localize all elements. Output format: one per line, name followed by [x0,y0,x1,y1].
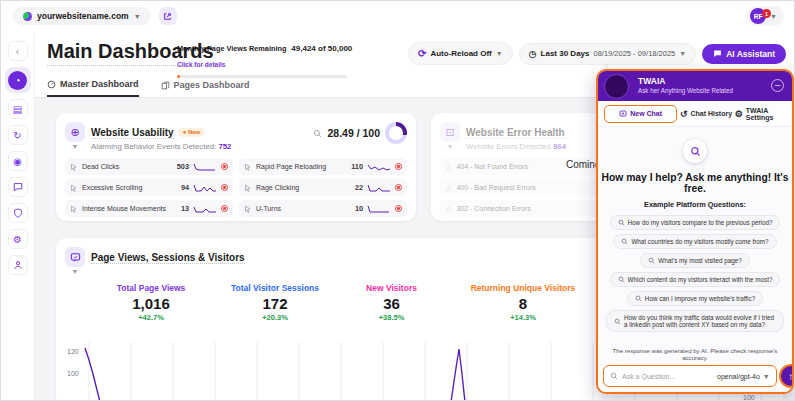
site-selector[interactable]: yourwebsitename.com ▼ [13,7,151,25]
stat-label: Returning Unique Visitors [444,283,602,293]
new-badge: ● New [178,128,206,137]
sparkline [193,162,217,171]
tab-pages-dashboard[interactable]: Pages Dashboard [161,79,250,97]
history-icon: ↺ [680,109,688,119]
chevron-down-icon: ▼ [763,373,770,380]
example-questions: How do my visitors compare to the previo… [598,215,792,332]
minimize-chat-icon[interactable]: – [771,79,784,92]
chevron-down-icon[interactable]: ▼ [440,143,460,150]
usability-row: Rapid Page Reloading 110 [239,158,407,175]
example-question[interactable]: How do my visitors compare to the previo… [610,215,781,230]
example-question[interactable]: How do you think my traffic data would e… [606,310,784,332]
question-input[interactable] [622,373,713,380]
stat-value: 8 [444,295,602,312]
tab-pages-label: Pages Dashboard [174,80,250,90]
chat-footer: The response was generated by AI. Please… [598,344,792,392]
site-favicon-icon [23,12,32,21]
tab-new-chat[interactable]: New Chat [604,105,677,123]
session-recording-icon[interactable] [395,205,402,212]
sidebar-item-sessions[interactable]: ◉ [8,151,28,171]
search-sparkle-icon [635,295,642,302]
stat-label: New Visitors [339,283,444,293]
user-menu[interactable]: RF 1 ▼ [747,6,784,26]
model-select[interactable]: openai/gpt-4o ▼ [717,373,770,380]
model-name: openai/gpt-4o [717,373,760,380]
example-question[interactable]: How can I improve my website's traffic? [627,291,763,306]
question-text: How can I improve my website's traffic? [645,295,755,302]
new-chat-icon [619,110,627,118]
cursor-icon [70,205,78,213]
person-icon [13,260,23,270]
y-tick-100: 100 [67,370,79,377]
open-site-button[interactable] [159,7,177,25]
usability-rows: Dead Clicks 503 Rapid Page Reloading 110… [65,158,407,217]
stat-delta: +42.7% [91,313,211,322]
sidebar-item-chat[interactable] [8,177,28,197]
session-recording-icon[interactable] [395,184,402,191]
question-text: How do you think my traffic data would e… [624,314,776,328]
click-for-details-link[interactable]: Click for details [177,61,225,68]
question-text: What countries do my visitors mostly com… [631,238,768,245]
warning-triangle-icon: △ [446,163,451,171]
stat-delta: +20.3% [211,313,339,322]
usability-row-label: Intense Mouse Movements [82,205,177,212]
example-question[interactable]: What countries do my visitors mostly com… [613,234,776,249]
sidebar-item-history[interactable]: ↻ [8,125,28,145]
session-recording-icon[interactable] [221,163,228,170]
chevron-down-icon[interactable]: ▼ [65,268,85,275]
search-sparkle-icon [618,219,625,226]
pageviews-title: Page Views, Sessions & Visitors [91,252,245,264]
gauge-icon [47,80,56,89]
search-sparkle-icon [618,276,625,283]
shield-icon [13,208,23,218]
y-tick-120: 120 [67,348,79,355]
tab-twaia-settings[interactable]: ⚙ TWAIA Settings [735,107,792,121]
tab-chat-history[interactable]: ↺ Chat History [677,109,734,119]
sidebar-item-settings[interactable]: ⚙ [8,229,28,249]
stat-value: 172 [211,295,339,312]
external-link-icon [163,12,172,21]
usability-card-icon: ⊕ [65,122,85,142]
usability-score: 28.49 / 100 [327,127,380,139]
tab-new-chat-label: New Chat [630,110,662,117]
search-sparkle-icon [614,318,621,325]
session-recording-icon[interactable] [221,184,228,191]
tab-master-dashboard[interactable]: Master Dashboard [47,79,139,97]
sidebar-item-dashboards[interactable]: ◔ [5,67,31,93]
session-recording-icon[interactable] [221,205,228,212]
zoom-icon[interactable] [313,129,322,138]
sidebar-item-security[interactable] [8,203,28,223]
example-question[interactable]: Which content do my visitors interact wi… [610,272,781,287]
auto-reload-label: Auto-Reload Off [430,49,491,58]
chevron-down-icon[interactable]: ▼ [65,143,85,150]
refresh-icon: ⟳ [418,48,426,59]
date-range-picker[interactable]: ◷ Last 30 Days 08/19/2025 - 09/18/2025 ▼ [519,43,696,65]
session-recording-icon[interactable] [395,163,402,170]
examples-label: Example Platform Questions: [598,200,792,209]
ai-assistant-button[interactable]: AI Assistant [702,44,786,64]
chat-title: TWAIA [638,76,784,86]
avatar: RF 1 [750,8,766,24]
stat-total-page-views: Total Page Views 1,016 +42.7% [91,283,211,322]
collapse-sidebar-icon[interactable]: ‹ [8,41,28,61]
auto-reload-dropdown[interactable]: ⟳ Auto-Reload Off ▼ [408,42,513,65]
monthly-progress-used [177,75,180,78]
send-button[interactable]: ↑ [781,366,794,386]
usability-row: Rage Clicking 22 [239,179,407,196]
chevron-down-icon: ▼ [134,13,141,20]
sidebar-item-support[interactable] [8,255,28,275]
usability-row-value: 503 [177,162,189,171]
warning-triangle-icon: △ [446,184,451,192]
usability-events-value: 752 [218,142,231,151]
sidebar-item-inbox[interactable]: ▤ [8,99,28,119]
example-question[interactable]: What's my most visited page? [640,253,749,268]
usability-gauge [385,122,407,144]
stat-delta: +14.3% [444,313,602,322]
chat-tabs: New Chat ↺ Chat History ⚙ TWAIA Settings [598,101,792,127]
notification-badge: 1 [762,9,771,18]
chat-heading: How may I help? Ask me anything! It's fr… [598,172,792,194]
website-usability-card: ⊕ ▼ Website Usability● New Alarming Beha… [56,113,416,221]
tab-twaia-settings-label: TWAIA Settings [746,107,792,121]
ai-disclaimer: The response was generated by AI. Please… [603,347,787,361]
stat-value: 36 [339,295,444,312]
